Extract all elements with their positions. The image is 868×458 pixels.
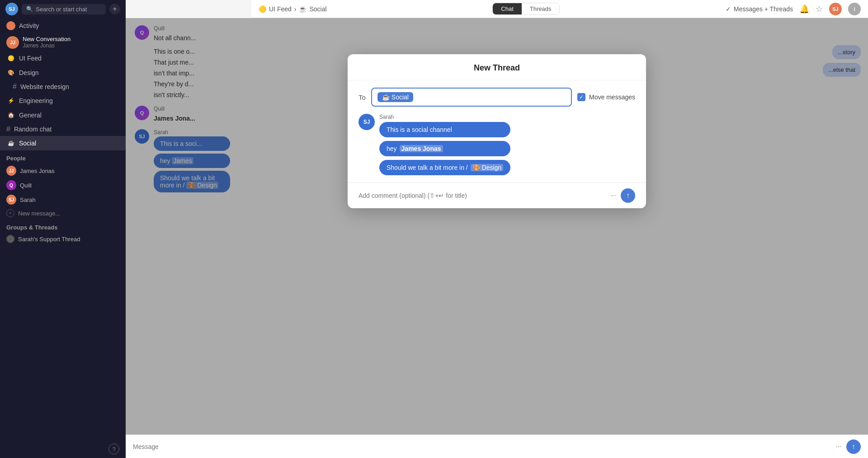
general-icon: 🏠 xyxy=(6,111,15,120)
sidebar-item-general[interactable]: 🏠 General xyxy=(0,108,126,122)
channel-icon: ☕ xyxy=(299,5,307,13)
random-hash-icon: # xyxy=(6,125,10,133)
message-send-button[interactable]: ↑ xyxy=(846,439,861,454)
modal-messages-area: SJ Sarah This is a social channel hey Ja… xyxy=(348,114,646,182)
modal-comment-area: ··· ↑ xyxy=(348,182,646,208)
social-label: Social xyxy=(19,140,36,147)
check-icon: ✓ xyxy=(726,5,731,13)
sidebar-item-ui-feed[interactable]: 🟡 UI Feed xyxy=(0,51,126,65)
sidebar-item-quill[interactable]: Q Quill xyxy=(0,178,126,192)
modal-bubble-social-channel: This is a social channel xyxy=(379,122,510,137)
sidebar-item-social[interactable]: ☕ Social xyxy=(0,136,126,150)
send-button[interactable]: ↑ xyxy=(621,188,635,203)
james-avatar: JJ xyxy=(6,166,16,176)
plus-icon: + xyxy=(6,209,14,217)
hash-icon: # xyxy=(13,83,17,91)
sarah-name: Sarah xyxy=(20,196,36,203)
move-messages-label: Move messages xyxy=(589,93,635,101)
chat-content: Q Quill Not all chann... This is one o..… xyxy=(126,18,868,435)
comment-input[interactable] xyxy=(359,192,606,199)
sidebar-item-engineering[interactable]: ⚡ Engineering xyxy=(0,93,126,108)
to-input-field[interactable]: ☕ Social xyxy=(371,88,572,107)
user-avatar[interactable]: SJ xyxy=(5,3,18,15)
to-tag-social[interactable]: ☕ Social xyxy=(377,92,413,102)
modal-sarah-avatar: SJ xyxy=(359,114,375,130)
move-messages-checkbox[interactable]: ✓ xyxy=(577,93,585,101)
groups-section-label: Groups & Threads xyxy=(0,220,126,233)
sidebar-item-sarahs-support[interactable]: ◯ Sarah's Support Thread xyxy=(0,233,126,245)
feed-label[interactable]: UI Feed xyxy=(269,5,292,13)
new-message-label: New message... xyxy=(18,210,60,217)
engineering-label: Engineering xyxy=(19,97,53,104)
social-tag-label: Social xyxy=(392,93,409,101)
sarah-avatar: SJ xyxy=(6,195,16,205)
sidebar-item-new-conversation[interactable]: JJ New Conversation James Jonas xyxy=(0,33,126,51)
general-label: General xyxy=(19,112,42,119)
design-channel-ref: 🎨 Design xyxy=(471,164,503,171)
right-section-header: ✓ Messages + Threads 🔔 ☆ SJ i xyxy=(726,3,861,15)
search-bar[interactable]: 🔍 Search or start chat xyxy=(22,4,106,14)
breadcrumb: 🟡 UI Feed › ☕ Social xyxy=(259,5,327,13)
settings-icon[interactable]: i xyxy=(848,3,861,15)
add-button[interactable]: + xyxy=(109,4,120,14)
new-conv-title: New Conversation xyxy=(23,36,71,42)
messages-threads-label: ✓ Messages + Threads xyxy=(726,5,793,13)
notification-icon[interactable]: 🔔 xyxy=(799,4,809,14)
modal-sarah-sender: Sarah xyxy=(379,114,510,120)
more-options-button[interactable]: ··· xyxy=(610,192,616,200)
to-label: To xyxy=(359,93,366,101)
sidebar-item-sarah[interactable]: SJ Sarah xyxy=(0,192,126,207)
sarahs-support-label: Sarah's Support Thread xyxy=(18,236,80,243)
star-icon[interactable]: ☆ xyxy=(816,4,823,14)
modal-sarah-content: Sarah This is a social channel hey James… xyxy=(379,114,510,175)
quill-name: Quill xyxy=(20,182,32,189)
search-icon: 🔍 xyxy=(26,6,33,12)
tab-chat[interactable]: Chat xyxy=(493,3,521,14)
modal-bubble-hey-james: hey James Jonas xyxy=(379,141,510,156)
tab-threads[interactable]: Threads xyxy=(522,3,560,14)
search-placeholder-text: Search or start chat xyxy=(36,6,87,13)
sidebar-item-activity[interactable]: Activity xyxy=(0,18,126,33)
design-label: Design xyxy=(19,69,39,76)
modal-sarah-bubbles: This is a social channel hey James Jonas… xyxy=(379,122,510,175)
sidebar-header: SJ 🔍 Search or start chat + xyxy=(0,0,126,18)
help-button[interactable]: ? xyxy=(108,444,119,454)
people-section-label: People xyxy=(0,150,126,164)
group-dot-icon: ◯ xyxy=(6,235,14,243)
james-name: James Jonas xyxy=(20,168,55,174)
design-icon: 🎨 xyxy=(6,68,15,77)
random-chat-label: Random chat xyxy=(14,126,52,133)
sidebar-item-new-message[interactable]: + New message... xyxy=(0,207,126,220)
sidebar-item-random-chat[interactable]: # Random chat xyxy=(0,122,126,136)
topbar-tabs: Chat Threads xyxy=(492,3,560,15)
modal-to-row: To ☕ Social ✓ Move messages xyxy=(348,80,646,114)
user-avatar-top[interactable]: SJ xyxy=(829,3,842,15)
modal-overlay[interactable]: New Thread To ☕ Social ✓ Move messages xyxy=(126,18,868,435)
activity-label: Activity xyxy=(19,22,39,29)
ui-feed-label: UI Feed xyxy=(19,55,42,62)
modal-title: New Thread xyxy=(474,63,520,72)
ui-feed-icon: 🟡 xyxy=(6,54,15,63)
sidebar-item-design[interactable]: 🎨 Design xyxy=(0,65,126,80)
move-messages-row: ✓ Move messages xyxy=(577,93,635,101)
message-input[interactable] xyxy=(133,443,831,450)
modal-header: New Thread xyxy=(348,54,646,80)
breadcrumb-separator: › xyxy=(294,5,297,13)
new-thread-modal: New Thread To ☕ Social ✓ Move messages xyxy=(348,54,646,208)
new-conv-subtitle: James Jonas xyxy=(23,42,71,49)
feed-icon: 🟡 xyxy=(259,5,266,13)
hey-text: hey xyxy=(387,145,397,152)
message-more-button[interactable]: ··· xyxy=(836,443,842,451)
channel-label[interactable]: Social xyxy=(309,5,326,13)
quill-avatar: Q xyxy=(6,180,16,190)
sidebar-item-website-redesign[interactable]: # Website redesign xyxy=(0,80,126,93)
engineering-icon: ⚡ xyxy=(6,96,15,105)
main-area: 🟡 UI Feed › ☕ Social Chat Threads ✓ Mess… xyxy=(126,0,868,458)
sidebar-item-james-jonas[interactable]: JJ James Jonas xyxy=(0,164,126,178)
send-icon: ↑ xyxy=(626,192,630,200)
social-icon: ☕ xyxy=(6,139,15,148)
modal-msg-row-sarah: SJ Sarah This is a social channel hey Ja… xyxy=(359,114,635,175)
messages-threads-text: Messages + Threads xyxy=(734,5,793,13)
topbar: 🟡 UI Feed › ☕ Social Chat Threads ✓ Mess… xyxy=(251,0,868,18)
should-we-text: Should we talk a bit more in / xyxy=(387,164,468,171)
